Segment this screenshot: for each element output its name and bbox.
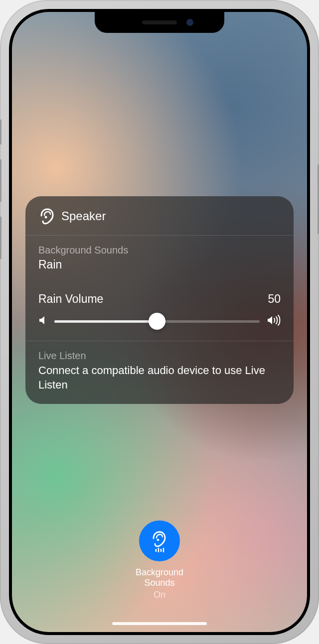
live-listen-message: Connect a compatible audio device to use… [38,364,281,392]
panel-header[interactable]: Speaker [25,196,294,235]
volume-value: 50 [268,292,281,306]
hearing-panel: Speaker Background Sounds Rain Rain Volu… [25,196,294,404]
volume-slider[interactable] [54,320,260,323]
screen: Speaker Background Sounds Rain Rain Volu… [12,12,307,632]
background-sounds-row[interactable]: Background Sounds Rain [25,236,294,282]
live-listen-row[interactable]: Live Listen Connect a compatible audio d… [25,341,294,404]
svg-point-0 [45,216,47,219]
volume-slider-fill [54,320,157,323]
svg-point-1 [157,539,159,541]
background-sounds-value: Rain [38,258,281,271]
volume-slider-thumb[interactable] [149,313,165,330]
control-status: On [154,590,165,600]
background-sounds-control: Background Sounds On [136,520,183,600]
background-sounds-label: Background Sounds [38,245,281,256]
speaker-low-icon [38,315,47,327]
notch [95,12,224,33]
volume-label: Rain Volume [38,292,103,306]
ear-icon [38,207,54,225]
volume-section: Rain Volume 50 [25,282,294,341]
home-indicator[interactable] [112,622,207,625]
background-sounds-toggle-button[interactable] [139,520,180,561]
live-listen-label: Live Listen [38,350,281,362]
device-bezel: Speaker Background Sounds Rain Rain Volu… [9,9,310,635]
device-frame: Speaker Background Sounds Rain Rain Volu… [0,0,319,644]
speaker-high-icon [267,315,281,328]
control-title-line1: Background [136,567,183,578]
control-title-line2: Sounds [144,578,174,589]
panel-title: Speaker [61,209,106,223]
